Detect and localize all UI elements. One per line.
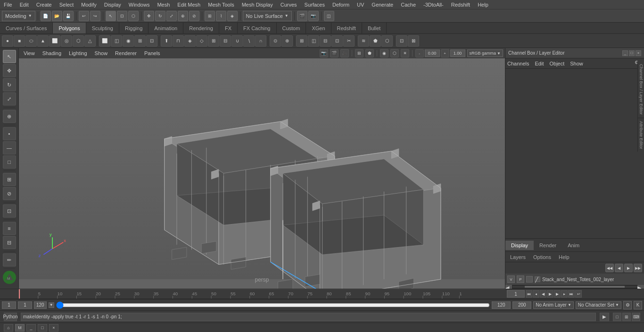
- menu-surfaces[interactable]: Surfaces: [301, 1, 329, 8]
- multi-cut-btn[interactable]: ✂: [343, 35, 355, 47]
- bridge-btn[interactable]: ⊓: [173, 35, 184, 47]
- subdiv-btn[interactable]: ⬟: [370, 35, 381, 47]
- mirror-btn[interactable]: ⊡: [396, 35, 407, 47]
- spherical-map-btn[interactable]: ◉: [123, 35, 134, 47]
- bool-intersect-btn[interactable]: ∩: [255, 35, 266, 47]
- tab-xgen[interactable]: XGen: [306, 23, 331, 33]
- vp-texture-btn[interactable]: ⬡: [390, 49, 399, 57]
- layer-prev-btn[interactable]: ◀: [615, 264, 623, 272]
- vp-color-mode-dropdown[interactable]: sRGB gamma ▼: [467, 49, 503, 57]
- tab-anim[interactable]: Anim: [562, 241, 585, 250]
- python-btn[interactable]: Python: [4, 313, 17, 321]
- layers-tab-help[interactable]: Help: [557, 253, 571, 261]
- vp-menu-panels[interactable]: Panels: [141, 50, 163, 56]
- layer-visibility-btn[interactable]: V: [507, 275, 515, 283]
- range-end-input[interactable]: 200: [512, 301, 531, 309]
- display-layer-btn[interactable]: ≡: [3, 222, 16, 235]
- taskbar-home-btn[interactable]: ⌂: [4, 324, 13, 332]
- vp-light-btn[interactable]: ☀: [401, 49, 409, 57]
- merge-btn[interactable]: ◈: [184, 35, 196, 47]
- menu-mesh-tools[interactable]: Mesh Tools: [204, 1, 238, 8]
- symmetrize-btn[interactable]: ⊠: [408, 35, 419, 47]
- tab-polygons[interactable]: Polygons: [53, 23, 86, 33]
- ipr-btn[interactable]: 📷: [308, 11, 319, 21]
- prism-btn[interactable]: ⬡: [73, 35, 84, 47]
- object-menu[interactable]: Object: [549, 61, 564, 66]
- panel-collapse-btn[interactable]: _: [622, 50, 628, 56]
- layer-create-btn[interactable]: ◀◀: [605, 264, 614, 272]
- timeline-track[interactable]: 5 10 15 20 25 30 35 40 45: [19, 289, 505, 299]
- cube-btn[interactable]: ■: [14, 35, 25, 47]
- show-manipulator-btn[interactable]: ⊕: [3, 110, 16, 123]
- maya-logo-btn[interactable]: M: [3, 271, 16, 284]
- undo-btn[interactable]: ↩: [79, 11, 89, 21]
- tab-curves-surfaces[interactable]: Curves / Surfaces: [0, 23, 53, 33]
- select-mode-btn[interactable]: ↖: [3, 50, 16, 63]
- workspace-dropdown[interactable]: Modeling ▼: [2, 11, 35, 21]
- menu-cache[interactable]: Cache: [397, 1, 420, 8]
- vp-grid-btn[interactable]: ⊞: [355, 49, 363, 57]
- hotkey-editor-btn[interactable]: ⌨: [632, 313, 640, 321]
- tab-render[interactable]: Render: [534, 241, 562, 250]
- bool-diff-btn[interactable]: ∖: [243, 35, 255, 47]
- vtab-channel-box[interactable]: Channel Box / Layer Editor: [638, 61, 644, 118]
- rotate-tool-btn[interactable]: ↻: [155, 11, 165, 21]
- layers-tab-options[interactable]: Options: [531, 253, 553, 261]
- tab-fx[interactable]: FX: [219, 23, 238, 33]
- show-menu[interactable]: Show: [570, 61, 583, 66]
- rotate-mode-btn[interactable]: ↻: [3, 78, 16, 91]
- show-seq-btn[interactable]: ◫: [324, 11, 334, 21]
- anim-layer-dropdown[interactable]: No Anim Layer ▼: [533, 301, 574, 309]
- next-frame-btn[interactable]: ▶: [554, 290, 561, 298]
- snap-grid-left-btn[interactable]: ⊞: [3, 173, 16, 186]
- planar-map-btn[interactable]: ⬜: [99, 35, 110, 47]
- open-scene-btn[interactable]: 📂: [52, 11, 62, 21]
- frame-current-input[interactable]: 1: [18, 301, 32, 309]
- play-btn[interactable]: ▶: [547, 290, 553, 298]
- tab-bullet[interactable]: Bullet: [362, 23, 387, 33]
- layer-next-btn[interactable]: ▶: [624, 264, 633, 272]
- separate-btn[interactable]: ⊟: [220, 35, 231, 47]
- edit-menu[interactable]: Edit: [535, 61, 544, 66]
- taskbar-close-btn[interactable]: ×: [49, 324, 58, 332]
- vtab-attribute-editor[interactable]: Attribute Editor: [638, 118, 644, 152]
- scale-tool-btn[interactable]: ⤢: [166, 11, 177, 21]
- cone-btn[interactable]: ▲: [37, 35, 49, 47]
- redo-btn[interactable]: ↪: [90, 11, 100, 21]
- tab-display[interactable]: Display: [505, 241, 534, 250]
- vp-film-btn[interactable]: 🎬: [330, 49, 339, 57]
- bool-union-btn[interactable]: ∪: [231, 35, 243, 47]
- goto-end-btn[interactable]: ⏭: [568, 290, 575, 298]
- next-key-btn[interactable]: ▸: [561, 290, 568, 298]
- insert-edge-btn[interactable]: ⊟: [320, 35, 331, 47]
- frame-start-input[interactable]: 1: [2, 301, 16, 309]
- menu-windows[interactable]: Windows: [125, 1, 154, 8]
- soft-mod-btn[interactable]: ⊘: [189, 11, 199, 21]
- vp-scene-btn[interactable]: 🎥: [340, 49, 349, 57]
- soft-select-btn[interactable]: ⊘: [3, 187, 16, 200]
- menu-display[interactable]: Display: [100, 1, 125, 8]
- snap-point-btn[interactable]: ◈: [227, 11, 238, 21]
- layer-last-btn[interactable]: ▶▶: [634, 264, 642, 272]
- tab-custom[interactable]: Custom: [277, 23, 306, 33]
- vp-menu-show[interactable]: Show: [92, 50, 111, 56]
- taskbar-maya-btn[interactable]: M: [15, 324, 25, 332]
- layer-color-btn[interactable]: ╱: [535, 276, 540, 282]
- timeline-ruler[interactable]: 5 10 15 20 25 30 35 40 45: [0, 289, 644, 299]
- current-frame-input[interactable]: 1: [507, 290, 525, 298]
- layers-scrollbar[interactable]: ◀ ▶: [505, 285, 644, 289]
- layers-scroll-left[interactable]: ◀: [505, 285, 512, 289]
- range-start-input[interactable]: 120: [492, 301, 511, 309]
- layers-scroll-right[interactable]: ▶: [637, 285, 644, 289]
- select-tool-btn[interactable]: ↖: [106, 11, 116, 21]
- pyramid-btn[interactable]: △: [84, 35, 96, 47]
- layers-scroll-thumb[interactable]: [525, 286, 624, 288]
- menu-file[interactable]: File: [0, 1, 16, 8]
- vp-exposure-up-btn[interactable]: +: [441, 49, 449, 57]
- menu-help[interactable]: Help: [474, 1, 492, 8]
- face-mode-btn[interactable]: □: [3, 155, 16, 169]
- render-btn[interactable]: 🎬: [297, 11, 307, 21]
- cylindrical-map-btn[interactable]: ◫: [111, 35, 122, 47]
- snap-grid-btn[interactable]: ⊞: [205, 11, 215, 21]
- quick-layout-btn[interactable]: □: [613, 313, 621, 321]
